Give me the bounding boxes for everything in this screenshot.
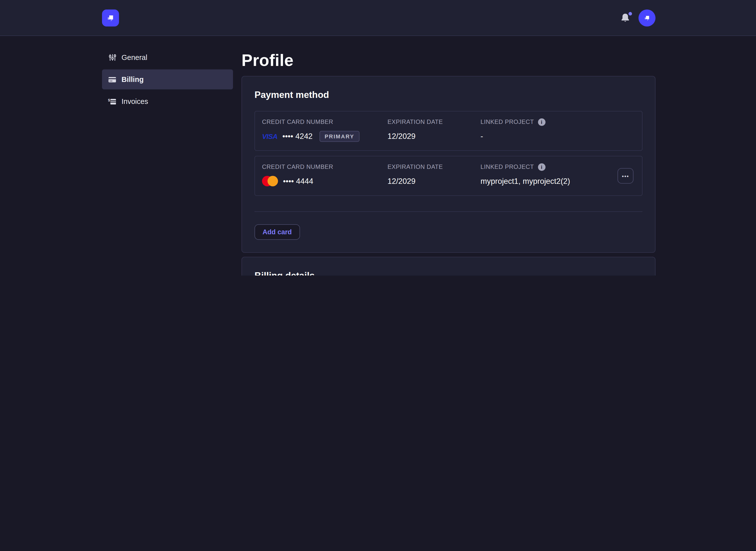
linked-project-value: myproject1, myproject2(2) [481, 177, 635, 186]
svg-text:$: $ [108, 98, 110, 102]
info-icon[interactable]: i [538, 118, 545, 126]
top-bar [0, 0, 756, 36]
linked-project-header: LINKED PROJECT i [481, 163, 635, 171]
sidebar-item-label: Invoices [121, 97, 148, 105]
invoice-icon: $ [108, 97, 116, 106]
payment-card-row-visa: CREDIT CARD NUMBER EXPIRATION DATE LINKE… [254, 111, 643, 151]
strapi-logo-icon [105, 12, 116, 23]
info-icon[interactable]: i [538, 163, 545, 171]
sidebar-item-label: Billing [121, 75, 144, 83]
expiration-value: 12/2029 [388, 177, 481, 186]
sliders-icon [108, 53, 116, 62]
linked-project-header: LINKED PROJECT i [481, 118, 635, 126]
payment-method-card: Payment method CREDIT CARD NUMBER EXPIRA… [242, 76, 656, 253]
linked-project-value: - [481, 132, 635, 141]
primary-badge: PRIMARY [319, 131, 359, 142]
payment-method-title: Payment method [254, 89, 643, 101]
sidebar-item-invoices[interactable]: $ Invoices [102, 91, 233, 111]
expiration-date-header: EXPIRATION DATE [388, 118, 481, 125]
credit-card-icon [108, 75, 116, 84]
expiration-date-header: EXPIRATION DATE [388, 164, 481, 170]
notification-dot [628, 12, 632, 15]
avatar-logo-icon [643, 13, 652, 22]
billing-details-title: Billing details [254, 270, 643, 276]
page-title: Profile [242, 51, 656, 70]
sidebar-item-label: General [121, 53, 147, 61]
top-bar-actions [620, 9, 656, 26]
user-avatar[interactable] [639, 9, 656, 26]
add-card-button[interactable]: Add card [254, 224, 300, 240]
main-content: Profile Payment method CREDIT CARD NUMBE… [242, 51, 656, 276]
payment-rows: CREDIT CARD NUMBER EXPIRATION DATE LINKE… [254, 111, 643, 196]
settings-sidebar: General Billing $ [102, 47, 233, 113]
content-shell: General Billing $ [102, 36, 656, 276]
payment-divider [254, 211, 643, 212]
card-last4: •••• 4242 [282, 132, 312, 141]
mastercard-logo-icon [262, 176, 278, 186]
payment-card-row-mastercard: CREDIT CARD NUMBER EXPIRATION DATE LINKE… [254, 156, 643, 196]
ellipsis-icon: ••• [622, 173, 629, 179]
linked-project-header-text: LINKED PROJECT [481, 164, 534, 170]
billing-details-card: Billing details First name Last name [242, 257, 656, 276]
expiration-value: 12/2029 [388, 132, 481, 141]
visa-card-value: VISA •••• 4242 PRIMARY [262, 131, 388, 142]
mastercard-card-value: •••• 4444 [262, 176, 388, 186]
sidebar-item-general[interactable]: General [102, 47, 233, 67]
visa-logo-icon: VISA [262, 132, 277, 140]
card-actions-menu-button[interactable]: ••• [617, 168, 634, 183]
notifications-button[interactable] [620, 13, 631, 23]
credit-card-number-header: CREDIT CARD NUMBER [262, 164, 388, 170]
linked-project-header-text: LINKED PROJECT [481, 118, 534, 125]
top-bar-inner [102, 9, 656, 26]
sidebar-item-billing[interactable]: Billing [102, 69, 233, 89]
credit-card-number-header: CREDIT CARD NUMBER [262, 118, 388, 125]
card-last4: •••• 4444 [283, 177, 313, 186]
strapi-logo[interactable] [102, 9, 119, 26]
app-root: General Billing $ [0, 0, 756, 276]
